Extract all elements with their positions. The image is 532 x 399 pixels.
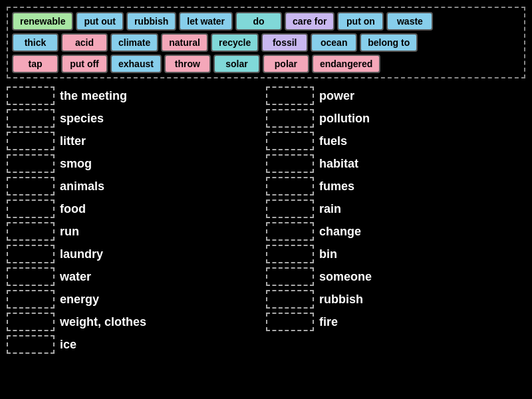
drop-box[interactable] — [7, 109, 55, 128]
match-label: animals — [60, 180, 104, 194]
match-label: fire — [319, 315, 338, 329]
match-item: fire — [266, 313, 525, 331]
word-row-0: renewableput outrubbishlet waterdocare f… — [12, 12, 520, 31]
match-item: power — [266, 86, 525, 105]
match-label: habitat — [319, 157, 358, 171]
match-label: food — [60, 202, 86, 216]
drop-box[interactable] — [7, 200, 55, 218]
match-area: the meetingspecieslittersmoganimalsfoodr… — [7, 86, 525, 354]
drop-box[interactable] — [266, 177, 314, 196]
word-chip-2-2[interactable]: exhaust — [110, 55, 162, 73]
match-item: fumes — [266, 177, 525, 196]
match-item: food — [7, 200, 266, 218]
word-chip-0-5[interactable]: care for — [285, 12, 334, 31]
match-item: species — [7, 109, 266, 128]
match-item: laundry — [7, 245, 266, 263]
drop-box[interactable] — [266, 109, 314, 128]
match-item: energy — [7, 290, 266, 309]
match-label: smog — [60, 157, 92, 171]
word-chip-1-3[interactable]: natural — [161, 33, 208, 52]
drop-box[interactable] — [7, 290, 55, 309]
word-chip-1-0[interactable]: thick — [12, 33, 59, 52]
word-chip-2-1[interactable]: put off — [61, 55, 108, 73]
match-item: someone — [266, 267, 525, 286]
word-chip-2-5[interactable]: polar — [263, 55, 309, 73]
match-item: ice — [7, 335, 266, 354]
match-label: water — [60, 270, 91, 284]
match-item: run — [7, 222, 266, 241]
word-chip-0-7[interactable]: waste — [386, 12, 433, 31]
drop-box[interactable] — [266, 245, 314, 263]
match-label: run — [60, 225, 79, 239]
match-item: rain — [266, 200, 525, 218]
drop-box[interactable] — [266, 313, 314, 331]
word-bank: renewableput outrubbishlet waterdocare f… — [7, 7, 525, 78]
word-chip-1-1[interactable]: acid — [61, 33, 108, 52]
drop-box[interactable] — [7, 132, 55, 150]
word-chip-0-6[interactable]: put on — [337, 12, 384, 31]
match-item: the meeting — [7, 86, 266, 105]
drop-box[interactable] — [7, 267, 55, 286]
word-chip-0-0[interactable]: renewable — [12, 12, 73, 31]
drop-box[interactable] — [7, 245, 55, 263]
match-label: litter — [60, 134, 86, 148]
match-item: water — [7, 267, 266, 286]
drop-box[interactable] — [266, 86, 314, 105]
match-label: rubbish — [319, 293, 363, 307]
drop-box[interactable] — [266, 132, 314, 150]
word-row-2: tapput offexhaustthrowsolarpolarendanger… — [12, 55, 520, 73]
match-label: someone — [319, 270, 372, 284]
word-chip-0-4[interactable]: do — [235, 12, 282, 31]
match-label: ice — [60, 338, 76, 352]
drop-box[interactable] — [7, 177, 55, 196]
left-column: the meetingspecieslittersmoganimalsfoodr… — [7, 86, 266, 354]
right-column: powerpollutionfuelshabitatfumesrainchang… — [266, 86, 525, 354]
match-label: power — [319, 89, 354, 103]
match-label: rain — [319, 202, 341, 216]
drop-box[interactable] — [266, 290, 314, 309]
match-item: litter — [7, 132, 266, 150]
match-label: species — [60, 112, 104, 126]
match-item: habitat — [266, 154, 525, 173]
match-item: pollution — [266, 109, 525, 128]
match-label: fumes — [319, 180, 354, 194]
word-chip-1-4[interactable]: recycle — [211, 33, 259, 52]
match-label: bin — [319, 247, 337, 261]
match-item: weight, clothes — [7, 313, 266, 331]
word-chip-1-6[interactable]: ocean — [311, 33, 357, 52]
match-item: bin — [266, 245, 525, 263]
match-label: laundry — [60, 247, 103, 261]
word-chip-2-0[interactable]: tap — [12, 55, 59, 73]
drop-box[interactable] — [266, 154, 314, 173]
word-chip-0-1[interactable]: put out — [76, 12, 123, 31]
match-label: energy — [60, 293, 99, 307]
match-item: change — [266, 222, 525, 241]
match-label: pollution — [319, 112, 370, 126]
drop-box[interactable] — [7, 313, 55, 331]
match-label: fuels — [319, 134, 347, 148]
drop-box[interactable] — [7, 154, 55, 173]
word-chip-0-2[interactable]: rubbish — [126, 12, 176, 31]
word-chip-1-7[interactable]: belong to — [360, 33, 418, 52]
word-chip-2-4[interactable]: solar — [213, 55, 260, 73]
drop-box[interactable] — [7, 335, 55, 354]
drop-box[interactable] — [7, 86, 55, 105]
match-item: smog — [7, 154, 266, 173]
match-item: rubbish — [266, 290, 525, 309]
word-chip-0-3[interactable]: let water — [179, 12, 233, 31]
match-label: change — [319, 225, 361, 239]
word-row-1: thickacidclimatenaturalrecyclefossilocea… — [12, 33, 520, 52]
word-chip-1-2[interactable]: climate — [110, 33, 158, 52]
drop-box[interactable] — [266, 222, 314, 241]
word-chip-1-5[interactable]: fossil — [261, 33, 308, 52]
match-label: weight, clothes — [60, 315, 146, 329]
drop-box[interactable] — [266, 200, 314, 218]
word-chip-2-3[interactable]: throw — [164, 55, 211, 73]
drop-box[interactable] — [266, 267, 314, 286]
drop-box[interactable] — [7, 222, 55, 241]
match-item: animals — [7, 177, 266, 196]
match-item: fuels — [266, 132, 525, 150]
match-label: the meeting — [60, 89, 127, 103]
word-chip-2-6[interactable]: endangered — [312, 55, 380, 73]
